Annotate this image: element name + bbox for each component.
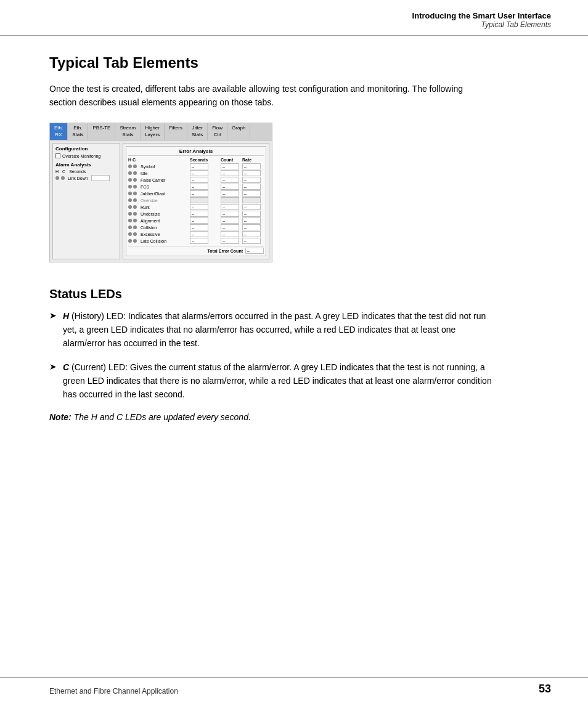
led-c-runt — [133, 205, 137, 209]
led-h-oversize — [128, 198, 132, 202]
letter-h: H — [63, 311, 69, 321]
field-ex-count[interactable]: – — [221, 231, 239, 237]
oversize-label: Oversize Monitoring — [62, 154, 100, 158]
field-ov-count — [221, 197, 239, 203]
ea-row-excessive: Excessive – – – — [128, 231, 264, 237]
field-idle-count[interactable]: – — [221, 170, 239, 176]
config-title: Configuration — [55, 146, 117, 152]
link-down-field[interactable] — [91, 175, 110, 181]
text-c: (Current) LED: Gives the current status … — [63, 362, 492, 399]
status-section: Status LEDs ➤ H (History) LED: Indicates… — [49, 287, 551, 422]
field-runt-seconds[interactable]: – — [190, 204, 208, 210]
alarm-section: Alarm Analysis H C Seconds Link Down — [55, 162, 117, 181]
led-h-collision — [128, 225, 132, 229]
led-c-idle — [133, 171, 137, 175]
right-panel: Error Analysis H C Seconds Count Rate — [123, 143, 269, 259]
footer-left: Ethernet and Fibre Channel Application — [49, 687, 178, 696]
link-down-row: Link Down — [55, 175, 117, 181]
field-ex-seconds[interactable]: – — [190, 231, 208, 237]
field-col-rate[interactable]: – — [242, 224, 261, 230]
field-col-seconds[interactable]: – — [190, 224, 208, 230]
field-idle-rate[interactable]: – — [242, 170, 261, 176]
ea-blank-header — [141, 158, 190, 162]
field-runt-count[interactable]: – — [221, 204, 239, 210]
field-us-rate[interactable]: – — [242, 211, 261, 217]
led-h-undersize — [128, 212, 132, 216]
led-c-excessive — [133, 232, 137, 236]
field-fcs-rate[interactable]: – — [242, 184, 261, 190]
seconds-label: Seconds — [69, 169, 86, 174]
field-symbol-count[interactable]: – — [221, 163, 239, 169]
ea-row-oversize: Oversize — [128, 197, 264, 203]
tab-eth-stats[interactable]: Eth.Stats — [68, 123, 88, 140]
field-al-count[interactable]: – — [221, 217, 239, 224]
field-fcs-count[interactable]: – — [221, 184, 239, 190]
field-lc-seconds[interactable]: – — [190, 238, 208, 244]
field-al-seconds[interactable]: – — [190, 217, 208, 224]
led-h-symbol — [128, 164, 132, 168]
ea-title: Error Analysis — [128, 148, 264, 156]
tab-stream-stats[interactable]: StreamStats — [115, 123, 141, 140]
field-symbol-seconds[interactable]: – — [190, 163, 208, 169]
alarm-title: Alarm Analysis — [55, 162, 117, 168]
field-jab-count[interactable]: – — [221, 190, 239, 197]
led-c-symbol — [133, 164, 137, 168]
screenshot-body: Configuration Oversize Monitoring Alarm … — [50, 140, 272, 262]
header-title-sub: Typical Tab Elements — [37, 20, 551, 29]
header-title-main: Introducing the Smart User Interface — [37, 11, 551, 20]
field-idle-seconds[interactable]: – — [190, 170, 208, 176]
field-ex-rate[interactable]: – — [242, 231, 261, 237]
note-line: Note: The H and C LEDs are updated every… — [49, 412, 468, 422]
field-runt-rate[interactable]: – — [242, 204, 261, 210]
ea-row-runt: Runt – – – — [128, 204, 264, 210]
left-panel: Configuration Oversize Monitoring Alarm … — [52, 143, 120, 259]
led-h-runt — [128, 205, 132, 209]
tab-graph[interactable]: Graph — [227, 123, 250, 140]
field-fc-rate[interactable]: – — [242, 177, 261, 183]
ea-hc-header: H C — [128, 158, 141, 162]
field-col-count[interactable]: – — [221, 224, 239, 230]
field-lc-rate[interactable]: – — [242, 238, 261, 244]
led-c-alignment — [133, 219, 137, 222]
total-row: Total Error Count – — [128, 246, 264, 254]
field-lc-count[interactable]: – — [221, 238, 239, 244]
ea-row-late-collision: Late Collision – – – — [128, 238, 264, 244]
field-symbol-rate[interactable]: – — [242, 163, 261, 169]
led-c-linkdown — [61, 176, 65, 180]
field-jab-seconds[interactable]: – — [190, 190, 208, 197]
page-container: Introducing the Smart User Interface Typ… — [0, 0, 588, 714]
field-al-rate[interactable]: – — [242, 217, 261, 224]
tab-flow-ctrl[interactable]: FlowCtrl — [208, 123, 227, 140]
footer-right: 53 — [539, 683, 551, 696]
h-label: H — [55, 169, 59, 174]
intro-text: Once the test is created, different tabs… — [49, 83, 468, 109]
led-h-linkdown — [55, 176, 59, 180]
field-fc-seconds[interactable]: – — [190, 177, 208, 183]
tab-higher-layers[interactable]: HigherLayers — [141, 123, 165, 140]
led-h-excessive — [128, 232, 132, 236]
field-ov-seconds — [190, 197, 208, 203]
led-h-alignment — [128, 219, 132, 222]
led-h-jabber — [128, 192, 132, 195]
led-h-false-carrier — [128, 178, 132, 182]
field-fc-count[interactable]: – — [221, 177, 239, 183]
led-h-idle — [128, 171, 132, 175]
page-header: Introducing the Smart User Interface Typ… — [0, 0, 588, 36]
tab-jitter-stats[interactable]: JitterStats — [187, 123, 208, 140]
field-us-seconds[interactable]: – — [190, 211, 208, 217]
bullet-item-c: ➤ C (Current) LED: Gives the current sta… — [49, 361, 493, 401]
tab-eth-rx[interactable]: Eth.RX — [50, 123, 68, 140]
ea-row-alignment: Alignment – – – — [128, 217, 264, 224]
field-us-count[interactable]: – — [221, 211, 239, 217]
oversize-checkbox[interactable] — [55, 153, 60, 158]
ea-row-symbol: Symbol – – – — [128, 163, 264, 169]
led-c-jabber — [133, 192, 137, 195]
letter-c: C — [63, 362, 69, 372]
total-label: Total Error Count — [208, 249, 243, 253]
tab-filters[interactable]: Filters — [165, 123, 187, 140]
tab-bar: Eth.RX Eth.Stats PBS-TE StreamStats High… — [50, 123, 272, 140]
page-footer: Ethernet and Fibre Channel Application 5… — [0, 677, 588, 696]
field-fcs-seconds[interactable]: – — [190, 184, 208, 190]
field-jab-rate[interactable]: – — [242, 190, 261, 197]
tab-pbs-te[interactable]: PBS-TE — [88, 123, 115, 140]
